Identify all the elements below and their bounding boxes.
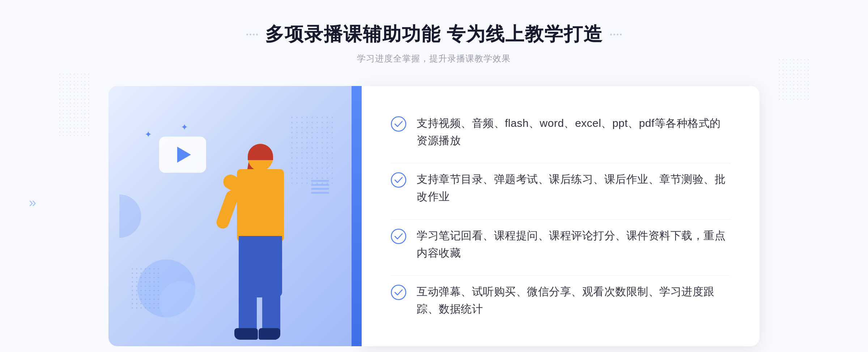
decorator-dot	[617, 34, 618, 35]
decorator-dot	[256, 34, 258, 35]
feature-item-4: 互动弹幕、试听购买、微信分享、观看次数限制、学习进度跟踪、数据统计	[391, 275, 731, 325]
semicircle-decoration	[119, 194, 141, 238]
decorator-dot	[246, 34, 248, 35]
header-decorators: 多项录播课辅助功能 专为线上教学打造	[246, 22, 622, 47]
decorator-dots-right	[610, 34, 622, 35]
figure-shirt	[237, 169, 284, 241]
decorator-dot	[253, 34, 255, 35]
feature-item-1: 支持视频、音频、flash、word、excel、ppt、pdf等各种格式的资源…	[391, 107, 731, 156]
line-item	[311, 180, 329, 182]
decorator-dot	[613, 34, 615, 35]
dots-decoration-right	[778, 58, 810, 101]
illustration-panel: ✦ ✦	[109, 86, 362, 346]
sparkle-icon-2: ✦	[181, 122, 188, 132]
svg-point-0	[391, 117, 406, 131]
decorator-dot	[250, 34, 251, 35]
page-container: » 多项录播课辅助功能 专为线上教学打造 学习进度全掌握，提升录播课教学效果	[0, 0, 868, 352]
check-circle-icon-3	[391, 228, 407, 244]
feature-item-2: 支持章节目录、弹题考试、课后练习、课后作业、章节测验、批改作业	[391, 163, 731, 213]
feature-text-4: 互动弹幕、试听购买、微信分享、观看次数限制、学习进度跟踪、数据统计	[417, 283, 731, 318]
line-item	[311, 192, 329, 194]
figure-arm-left	[214, 189, 240, 230]
svg-point-3	[391, 285, 406, 300]
lines-decoration	[311, 180, 329, 194]
feature-text-3: 学习笔记回看、课程提问、课程评论打分、课件资料下载，重点内容收藏	[417, 227, 731, 262]
feature-item-3: 学习笔记回看、课程提问、课程评论打分、课件资料下载，重点内容收藏	[391, 219, 731, 269]
sparkle-icon-1: ✦	[145, 129, 152, 139]
svg-point-2	[391, 229, 406, 244]
features-panel: 支持视频、音频、flash、word、excel、ppt、pdf等各种格式的资源…	[362, 86, 760, 346]
main-content: ✦ ✦	[109, 86, 760, 346]
feature-text-1: 支持视频、音频、flash、word、excel、ppt、pdf等各种格式的资源…	[417, 115, 731, 149]
blue-bar-decoration	[352, 86, 362, 346]
decorator-dots-left	[246, 34, 258, 35]
decorator-dot	[610, 34, 612, 35]
page-title: 多项录播课辅助功能 专为线上教学打造	[265, 22, 603, 47]
line-item	[311, 188, 329, 190]
figure-illustration	[192, 144, 300, 346]
header-section: 多项录播课辅助功能 专为线上教学打造 学习进度全掌握，提升录播课教学效果	[246, 22, 622, 64]
decorator-dot	[620, 34, 622, 35]
play-icon	[177, 147, 191, 163]
dots-decoration-left	[58, 72, 90, 137]
check-circle-icon-2	[391, 172, 407, 188]
figure-hair	[248, 144, 273, 160]
page-subtitle: 学习进度全掌握，提升录播课教学效果	[246, 53, 622, 64]
feature-text-2: 支持章节目录、弹题考试、课后练习、课后作业、章节测验、批改作业	[417, 171, 731, 205]
check-circle-icon-4	[391, 284, 407, 300]
line-item	[311, 184, 329, 186]
chevron-decoration: »	[29, 195, 33, 210]
figure-shoe-right	[259, 328, 280, 340]
svg-point-1	[391, 173, 406, 187]
figure-shoe-left	[234, 328, 258, 340]
check-circle-icon-1	[391, 116, 407, 132]
